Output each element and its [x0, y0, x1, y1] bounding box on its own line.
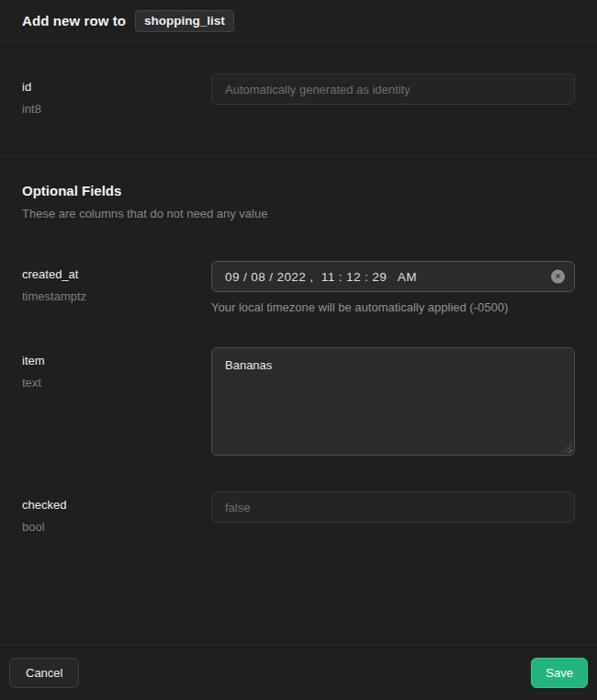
- clear-icon[interactable]: ✕: [551, 270, 565, 284]
- id-field-type: int8: [22, 102, 211, 116]
- id-label-column: id int8: [22, 73, 211, 116]
- panel-title: Add new row to: [22, 13, 126, 28]
- field-row-id: id int8: [22, 73, 575, 116]
- add-row-panel: Add new row to shopping_list id int8 Opt…: [0, 0, 597, 700]
- required-fields-section: id int8: [0, 42, 597, 156]
- cancel-button[interactable]: Cancel: [9, 658, 79, 688]
- checked-field-type: bool: [22, 520, 211, 534]
- id-input-wrap: [211, 73, 575, 105]
- item-field-label: item: [22, 354, 211, 367]
- field-row-created-at: created_at timestamptz 09 / 08 / 2022 , …: [22, 261, 575, 316]
- item-textarea-wrap: Bananas: [211, 347, 575, 456]
- checked-field-label: checked: [22, 498, 211, 512]
- created-at-field-label: created_at: [22, 267, 211, 281]
- field-row-checked: checked bool: [22, 491, 575, 534]
- optional-fields-subtitle: These are columns that do not need any v…: [22, 206, 575, 222]
- item-textarea[interactable]: Bananas: [211, 347, 575, 456]
- timezone-helper-text: Your local timezone will be automaticall…: [211, 299, 575, 316]
- table-name-badge: shopping_list: [135, 10, 234, 32]
- checked-input[interactable]: [211, 491, 575, 523]
- created-at-datetime-input[interactable]: 09 / 08 / 2022 , 11 : 12 : 29 AM: [211, 261, 575, 292]
- item-label-column: item text: [22, 347, 211, 390]
- item-field-type: text: [22, 376, 211, 390]
- optional-fields-header: Optional Fields These are columns that d…: [0, 156, 597, 222]
- created-at-label-column: created_at timestamptz: [22, 261, 211, 303]
- save-button[interactable]: Save: [531, 658, 588, 688]
- checked-label-column: checked bool: [22, 491, 211, 534]
- id-input: [211, 73, 575, 105]
- optional-fields-section: created_at timestamptz 09 / 08 / 2022 , …: [0, 261, 597, 534]
- created-at-input-wrap: 09 / 08 / 2022 , 11 : 12 : 29 AM ✕: [211, 261, 575, 292]
- checked-input-wrap: [211, 491, 575, 523]
- panel-header: Add new row to shopping_list: [0, 0, 597, 42]
- created-at-input-col: 09 / 08 / 2022 , 11 : 12 : 29 AM ✕ Your …: [211, 261, 575, 316]
- id-field-label: id: [22, 80, 211, 94]
- panel-footer: Cancel Save: [0, 645, 597, 700]
- field-row-item: item text Bananas: [22, 347, 575, 456]
- created-at-field-type: timestamptz: [22, 289, 211, 303]
- optional-fields-title: Optional Fields: [22, 182, 575, 200]
